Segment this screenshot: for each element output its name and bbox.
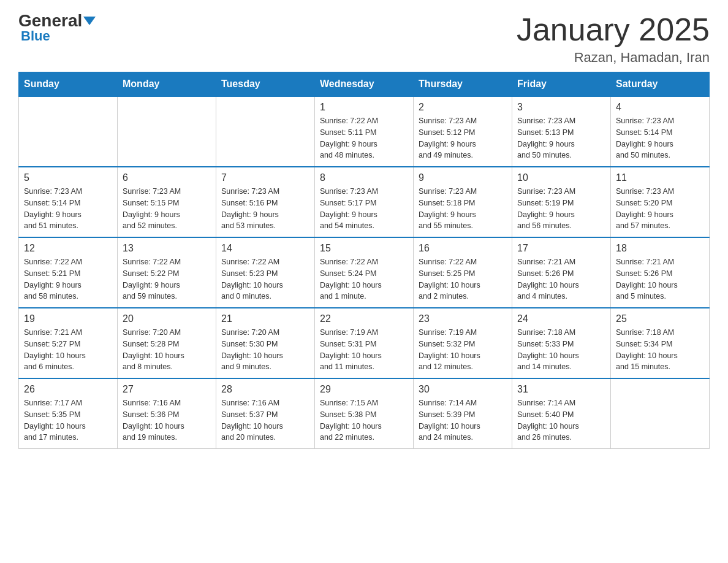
day-info: Sunrise: 7:23 AM Sunset: 5:15 PM Dayligh… [123, 186, 211, 232]
day-info: Sunrise: 7:19 AM Sunset: 5:32 PM Dayligh… [419, 327, 507, 373]
day-info: Sunrise: 7:23 AM Sunset: 5:14 PM Dayligh… [616, 115, 704, 161]
day-number: 13 [123, 243, 211, 254]
day-info: Sunrise: 7:21 AM Sunset: 5:27 PM Dayligh… [24, 327, 112, 373]
day-number: 3 [517, 102, 605, 113]
day-number: 25 [616, 313, 704, 324]
calendar-week-row: 5Sunrise: 7:23 AM Sunset: 5:14 PM Daylig… [19, 167, 710, 237]
calendar-cell: 28Sunrise: 7:16 AM Sunset: 5:37 PM Dayli… [216, 378, 315, 449]
calendar-cell: 31Sunrise: 7:14 AM Sunset: 5:40 PM Dayli… [512, 378, 611, 449]
calendar-cell: 30Sunrise: 7:14 AM Sunset: 5:39 PM Dayli… [414, 378, 512, 449]
calendar-cell: 17Sunrise: 7:21 AM Sunset: 5:26 PM Dayli… [512, 237, 611, 308]
day-number: 26 [24, 384, 112, 395]
day-info: Sunrise: 7:23 AM Sunset: 5:16 PM Dayligh… [221, 186, 309, 232]
day-number: 28 [221, 384, 309, 395]
calendar-cell: 4Sunrise: 7:23 AM Sunset: 5:14 PM Daylig… [611, 96, 710, 167]
day-info: Sunrise: 7:23 AM Sunset: 5:19 PM Dayligh… [517, 186, 605, 232]
day-number: 4 [616, 102, 704, 113]
day-of-week-header: Friday [512, 72, 611, 97]
day-number: 12 [24, 243, 112, 254]
day-number: 21 [221, 313, 309, 324]
month-title: January 2025 [517, 12, 710, 47]
day-number: 15 [320, 243, 408, 254]
day-info: Sunrise: 7:23 AM Sunset: 5:14 PM Dayligh… [24, 186, 112, 232]
day-number: 23 [419, 313, 507, 324]
day-info: Sunrise: 7:16 AM Sunset: 5:37 PM Dayligh… [221, 397, 309, 443]
calendar-cell: 14Sunrise: 7:22 AM Sunset: 5:23 PM Dayli… [216, 237, 315, 308]
calendar-header-row: SundayMondayTuesdayWednesdayThursdayFrid… [19, 72, 710, 97]
logo-general: General [18, 12, 82, 29]
calendar-cell: 26Sunrise: 7:17 AM Sunset: 5:35 PM Dayli… [19, 378, 118, 449]
day-number: 14 [221, 243, 309, 254]
logo-arrow-icon [83, 17, 96, 25]
calendar-cell: 13Sunrise: 7:22 AM Sunset: 5:22 PM Dayli… [118, 237, 216, 308]
calendar-week-row: 1Sunrise: 7:22 AM Sunset: 5:11 PM Daylig… [19, 96, 710, 167]
day-number: 8 [320, 172, 408, 183]
day-number: 19 [24, 313, 112, 324]
day-number: 16 [419, 243, 507, 254]
day-of-week-header: Monday [118, 72, 216, 97]
calendar-cell: 21Sunrise: 7:20 AM Sunset: 5:30 PM Dayli… [216, 308, 315, 378]
day-number: 10 [517, 172, 605, 183]
day-info: Sunrise: 7:20 AM Sunset: 5:30 PM Dayligh… [221, 327, 309, 373]
day-number: 29 [320, 384, 408, 395]
day-number: 17 [517, 243, 605, 254]
day-of-week-header: Wednesday [315, 72, 414, 97]
day-info: Sunrise: 7:18 AM Sunset: 5:33 PM Dayligh… [517, 327, 605, 373]
day-info: Sunrise: 7:19 AM Sunset: 5:31 PM Dayligh… [320, 327, 408, 373]
calendar-cell [118, 96, 216, 167]
day-of-week-header: Sunday [19, 72, 118, 97]
day-info: Sunrise: 7:23 AM Sunset: 5:13 PM Dayligh… [517, 115, 605, 161]
day-number: 27 [123, 384, 211, 395]
day-number: 20 [123, 313, 211, 324]
calendar-cell: 16Sunrise: 7:22 AM Sunset: 5:25 PM Dayli… [414, 237, 512, 308]
day-info: Sunrise: 7:17 AM Sunset: 5:35 PM Dayligh… [24, 397, 112, 443]
calendar-cell [216, 96, 315, 167]
day-number: 11 [616, 172, 704, 183]
calendar-cell: 6Sunrise: 7:23 AM Sunset: 5:15 PM Daylig… [118, 167, 216, 237]
day-number: 2 [419, 102, 507, 113]
day-info: Sunrise: 7:15 AM Sunset: 5:38 PM Dayligh… [320, 397, 408, 443]
calendar-cell: 7Sunrise: 7:23 AM Sunset: 5:16 PM Daylig… [216, 167, 315, 237]
calendar-cell: 5Sunrise: 7:23 AM Sunset: 5:14 PM Daylig… [19, 167, 118, 237]
calendar-cell [19, 96, 118, 167]
calendar-table: SundayMondayTuesdayWednesdayThursdayFrid… [18, 72, 710, 449]
day-number: 24 [517, 313, 605, 324]
logo-blue: Blue [18, 28, 50, 44]
day-number: 9 [419, 172, 507, 183]
calendar-cell: 9Sunrise: 7:23 AM Sunset: 5:18 PM Daylig… [414, 167, 512, 237]
day-number: 7 [221, 172, 309, 183]
calendar-cell: 8Sunrise: 7:23 AM Sunset: 5:17 PM Daylig… [315, 167, 414, 237]
calendar-cell: 24Sunrise: 7:18 AM Sunset: 5:33 PM Dayli… [512, 308, 611, 378]
day-number: 18 [616, 243, 704, 254]
calendar-cell: 27Sunrise: 7:16 AM Sunset: 5:36 PM Dayli… [118, 378, 216, 449]
day-info: Sunrise: 7:22 AM Sunset: 5:23 PM Dayligh… [221, 256, 309, 302]
calendar-cell: 25Sunrise: 7:18 AM Sunset: 5:34 PM Dayli… [611, 308, 710, 378]
calendar-cell: 11Sunrise: 7:23 AM Sunset: 5:20 PM Dayli… [611, 167, 710, 237]
day-number: 31 [517, 384, 605, 395]
calendar-cell [611, 378, 710, 449]
day-info: Sunrise: 7:22 AM Sunset: 5:11 PM Dayligh… [320, 115, 408, 161]
calendar-cell: 3Sunrise: 7:23 AM Sunset: 5:13 PM Daylig… [512, 96, 611, 167]
calendar-week-row: 12Sunrise: 7:22 AM Sunset: 5:21 PM Dayli… [19, 237, 710, 308]
calendar-cell: 23Sunrise: 7:19 AM Sunset: 5:32 PM Dayli… [414, 308, 512, 378]
calendar-cell: 15Sunrise: 7:22 AM Sunset: 5:24 PM Dayli… [315, 237, 414, 308]
calendar-cell: 1Sunrise: 7:22 AM Sunset: 5:11 PM Daylig… [315, 96, 414, 167]
day-info: Sunrise: 7:21 AM Sunset: 5:26 PM Dayligh… [616, 256, 704, 302]
day-info: Sunrise: 7:14 AM Sunset: 5:40 PM Dayligh… [517, 397, 605, 443]
calendar-week-row: 26Sunrise: 7:17 AM Sunset: 5:35 PM Dayli… [19, 378, 710, 449]
day-info: Sunrise: 7:22 AM Sunset: 5:25 PM Dayligh… [419, 256, 507, 302]
day-info: Sunrise: 7:21 AM Sunset: 5:26 PM Dayligh… [517, 256, 605, 302]
calendar-cell: 20Sunrise: 7:20 AM Sunset: 5:28 PM Dayli… [118, 308, 216, 378]
calendar-cell: 19Sunrise: 7:21 AM Sunset: 5:27 PM Dayli… [19, 308, 118, 378]
day-info: Sunrise: 7:23 AM Sunset: 5:17 PM Dayligh… [320, 186, 408, 232]
day-info: Sunrise: 7:14 AM Sunset: 5:39 PM Dayligh… [419, 397, 507, 443]
calendar-cell: 2Sunrise: 7:23 AM Sunset: 5:12 PM Daylig… [414, 96, 512, 167]
calendar-cell: 29Sunrise: 7:15 AM Sunset: 5:38 PM Dayli… [315, 378, 414, 449]
calendar-cell: 18Sunrise: 7:21 AM Sunset: 5:26 PM Dayli… [611, 237, 710, 308]
calendar-cell: 22Sunrise: 7:19 AM Sunset: 5:31 PM Dayli… [315, 308, 414, 378]
day-number: 5 [24, 172, 112, 183]
calendar-week-row: 19Sunrise: 7:21 AM Sunset: 5:27 PM Dayli… [19, 308, 710, 378]
day-of-week-header: Saturday [611, 72, 710, 97]
day-info: Sunrise: 7:23 AM Sunset: 5:20 PM Dayligh… [616, 186, 704, 232]
day-number: 22 [320, 313, 408, 324]
